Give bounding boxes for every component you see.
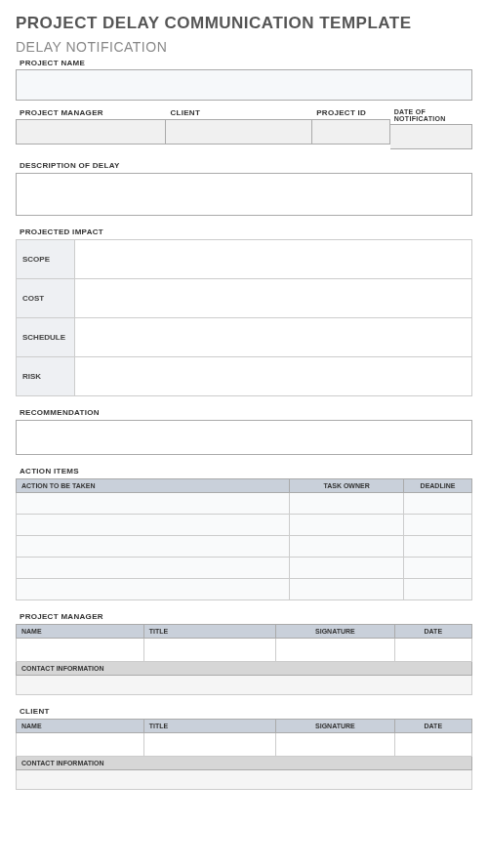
impact-row-risk: RISK [17,357,472,396]
pm-header-title: TITLE [143,625,275,639]
impact-schedule-label: SCHEDULE [17,318,75,357]
impact-row-cost: COST [17,279,472,318]
pm-header-name: NAME [17,625,144,639]
impact-cost-input[interactable] [75,279,472,318]
projected-impact-label: PROJECTED IMPACT [16,226,472,238]
impact-scope-label: SCOPE [17,240,75,279]
client-date-input[interactable] [394,733,471,757]
pm-signature-input[interactable] [276,639,394,662]
action-items-label: ACTION ITEMS [16,465,472,477]
client-header-signature: SIGNATURE [276,720,394,733]
client-header-date: DATE [394,720,471,733]
impact-row-schedule: SCHEDULE [17,318,472,357]
client-label: CLIENT [166,106,312,119]
deadline-cell[interactable] [403,515,471,536]
pm-title-input[interactable] [143,639,275,662]
client-signoff-label: CLIENT [16,705,472,718]
action-row [17,536,472,558]
description-label: DESCRIPTION OF DELAY [16,159,472,172]
impact-scope-input[interactable] [75,240,472,279]
project-name-label: PROJECT NAME [16,57,472,69]
impact-risk-label: RISK [17,357,75,396]
recommendation-label: RECOMMENDATION [16,406,472,419]
pm-header-signature: SIGNATURE [276,625,394,639]
description-input[interactable] [16,173,472,216]
pm-header-date: DATE [394,625,471,639]
delay-notification-heading: DELAY NOTIFICATION [16,39,472,55]
deadline-cell[interactable] [403,493,471,515]
client-input[interactable] [166,119,312,145]
client-contact-label: CONTACT INFORMATION [17,757,472,770]
project-manager-input[interactable] [16,119,166,145]
action-items-table: ACTION TO BE TAKEN TASK OWNER DEADLINE [16,478,472,600]
recommendation-input[interactable] [16,420,472,455]
pm-signoff-label: PROJECT MANAGER [16,610,472,623]
impact-table: SCOPE COST SCHEDULE RISK [16,239,472,396]
deadline-cell[interactable] [403,579,471,600]
action-header-action: ACTION TO BE TAKEN [17,479,290,493]
project-name-input[interactable] [16,69,472,101]
action-cell[interactable] [17,493,290,515]
client-signoff-table: NAME TITLE SIGNATURE DATE CONTACT INFORM… [16,719,472,790]
pm-date-input[interactable] [394,639,471,662]
impact-row-scope: SCOPE [17,240,472,279]
action-row [17,558,472,579]
pm-signoff-table: NAME TITLE SIGNATURE DATE CONTACT INFORM… [16,624,472,695]
owner-cell[interactable] [290,536,404,558]
pm-name-input[interactable] [17,639,144,662]
page-title: PROJECT DELAY COMMUNICATION TEMPLATE [16,14,472,33]
action-cell[interactable] [17,536,290,558]
client-title-input[interactable] [143,733,275,757]
action-cell[interactable] [17,558,290,579]
project-id-label: PROJECT ID [312,106,390,119]
client-header-name: NAME [17,720,144,733]
date-of-notification-input[interactable] [390,124,472,149]
client-contact-input[interactable] [17,770,472,790]
deadline-cell[interactable] [403,558,471,579]
pm-contact-input[interactable] [17,676,472,695]
action-cell[interactable] [17,515,290,536]
action-row [17,515,472,536]
date-of-notification-label: DATE OF NOTIFICATION [390,106,472,124]
client-header-title: TITLE [143,720,275,733]
owner-cell[interactable] [290,579,404,600]
impact-schedule-input[interactable] [75,318,472,357]
impact-cost-label: COST [17,279,75,318]
owner-cell[interactable] [290,558,404,579]
client-name-input[interactable] [17,733,144,757]
action-row [17,579,472,600]
owner-cell[interactable] [290,493,404,515]
project-id-input[interactable] [312,119,390,145]
deadline-cell[interactable] [403,536,471,558]
action-header-deadline: DEADLINE [403,479,471,493]
project-manager-label: PROJECT MANAGER [16,106,166,119]
action-header-owner: TASK OWNER [290,479,404,493]
action-cell[interactable] [17,579,290,600]
owner-cell[interactable] [290,515,404,536]
client-signature-input[interactable] [276,733,394,757]
action-row [17,493,472,515]
pm-contact-label: CONTACT INFORMATION [17,662,472,676]
impact-risk-input[interactable] [75,357,472,396]
